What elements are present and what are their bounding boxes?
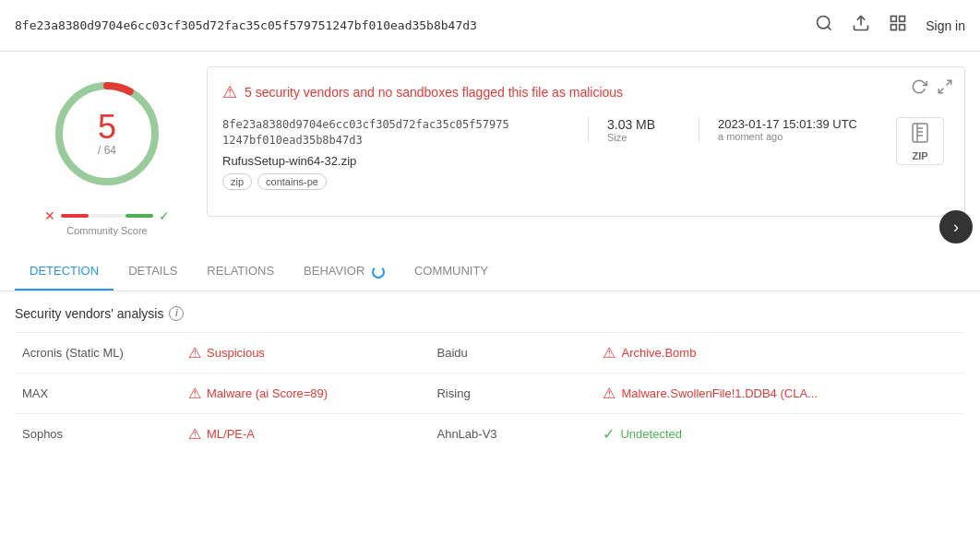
svg-rect-6 (900, 25, 905, 30)
file-date-item: 2023-01-17 15:01:39 UTC a moment ago (699, 117, 876, 143)
info-icon[interactable]: i (169, 306, 184, 321)
gauge-score: 5 (98, 111, 116, 144)
svg-line-1 (828, 27, 831, 30)
fullscreen-icon[interactable] (937, 78, 953, 98)
checkmark-icon: ✓ (603, 425, 615, 443)
table-row: Acronis (Static ML) ⚠ Suspicious Baidu ⚠… (15, 332, 965, 373)
vendor-name-rising: Rising (429, 373, 595, 413)
detection-rising: ⚠ Malware.SwollenFile!1.DDB4 (CLA... (595, 373, 965, 413)
info-panel-icons (911, 78, 953, 98)
vendor-name-max: MAX (15, 373, 181, 413)
header-icons: Sign in (815, 14, 965, 37)
thumbs-down-icon: ✕ (44, 208, 55, 223)
header-hash: 8fe23a8380d9704e6cc03cf305d72fac35c05f57… (15, 18, 804, 32)
file-hash: 8fe23a8380d9704e6cc03cf305d72fac35c05f57… (222, 117, 573, 148)
table-row: MAX ⚠ Malware (ai Score=89) Rising ⚠ Mal… (15, 373, 965, 413)
warning-icon: ⚠ (603, 344, 615, 362)
file-tags: zip contains-pe (222, 173, 573, 190)
upload-icon[interactable] (852, 14, 870, 37)
tabs-container: DETECTION DETAILS RELATIONS BEHAVIOR COM… (0, 253, 980, 291)
main-content: 5 / 64 ✕ ✓ Community Score (0, 52, 980, 253)
score-panel: 5 / 64 ✕ ✓ Community Score (15, 66, 199, 238)
behavior-loading-spinner (372, 266, 385, 279)
file-name: RufusSetup-win64-32.zip (222, 154, 573, 168)
alert-row: ⚠ 5 security vendors and no sandboxes fl… (222, 82, 950, 102)
tag-contains-pe[interactable]: contains-pe (257, 173, 327, 190)
zip-type-label: ZIP (912, 150, 927, 161)
detection-section: Security vendors' analysis i Acronis (St… (0, 291, 980, 469)
detection-text: Malware.SwollenFile!1.DDB4 (CLA... (621, 386, 817, 400)
svg-rect-12 (913, 124, 927, 142)
gauge-container: 5 / 64 (47, 74, 167, 194)
community-bar (61, 214, 153, 218)
vendor-name-sophos: Sophos (15, 413, 181, 454)
detection-ahnlab: ✓ Undetected (595, 413, 965, 454)
section-title-text: Security vendors' analysis (15, 306, 163, 321)
file-meta-ago: a moment ago (718, 131, 857, 142)
detection-text: Suspicious (207, 346, 265, 360)
vendor-name-ahnlab: AhnLab-V3 (429, 413, 595, 454)
tab-community[interactable]: COMMUNITY (400, 253, 503, 291)
signin-link[interactable]: Sign in (926, 18, 965, 33)
detection-text: Malware (ai Score=89) (207, 386, 328, 400)
svg-line-11 (938, 89, 943, 93)
zip-icon-box: ZIP (896, 117, 944, 165)
grid-icon[interactable] (889, 14, 907, 37)
file-type-icon: ZIP (890, 117, 950, 165)
table-row: Sophos ⚠ ML/PE-A AhnLab-V3 ✓ Undetected (15, 413, 965, 454)
warning-icon: ⚠ (188, 344, 201, 362)
svg-line-10 (947, 80, 951, 85)
file-size-label: Size (607, 132, 680, 143)
file-size-item: 3.03 MB Size (588, 117, 699, 143)
alert-text: 5 security vendors and no sandboxes flag… (245, 85, 623, 100)
file-meta: 3.03 MB Size 2023-01-17 15:01:39 UTC a m… (588, 117, 876, 143)
zip-symbol-icon (909, 122, 931, 148)
detection-baidu: ⚠ Archive.Bomb (595, 332, 965, 373)
gauge-total: / 64 (98, 144, 116, 157)
gauge-center: 5 / 64 (98, 111, 116, 157)
vendor-table: Acronis (Static ML) ⚠ Suspicious Baidu ⚠… (15, 332, 965, 454)
tab-relations[interactable]: RELATIONS (192, 253, 289, 291)
tab-details[interactable]: DETAILS (114, 253, 192, 291)
detection-text: ML/PE-A (207, 427, 255, 441)
detection-sophos: ⚠ ML/PE-A (181, 413, 429, 454)
svg-rect-4 (900, 17, 905, 22)
file-meta-date: 2023-01-17 15:01:39 UTC (718, 117, 857, 131)
detection-max: ⚠ Malware (ai Score=89) (181, 373, 429, 413)
file-details: 8fe23a8380d9704e6cc03cf305d72fac35c05f57… (222, 117, 950, 190)
next-button[interactable]: › (939, 210, 973, 243)
alert-icon: ⚠ (222, 82, 237, 102)
file-size-value: 3.03 MB (607, 117, 680, 132)
header: 8fe23a8380d9704e6cc03cf305d72fac35c05f57… (0, 0, 980, 52)
vendor-name-acronis: Acronis (Static ML) (15, 332, 181, 373)
detection-acronis: ⚠ Suspicious (181, 332, 429, 373)
svg-rect-3 (891, 17, 897, 22)
thumbs-up-icon: ✓ (159, 208, 170, 223)
tab-behavior[interactable]: BEHAVIOR (289, 253, 400, 291)
tag-zip[interactable]: zip (222, 173, 252, 190)
detection-text: Archive.Bomb (621, 346, 696, 360)
community-score-label: Community Score (66, 225, 147, 236)
warning-icon: ⚠ (188, 425, 201, 443)
tab-detection[interactable]: DETECTION (15, 253, 114, 291)
file-hash-section: 8fe23a8380d9704e6cc03cf305d72fac35c05f57… (222, 117, 573, 190)
svg-point-0 (818, 17, 830, 29)
svg-rect-5 (891, 25, 897, 30)
vendor-name-baidu: Baidu (429, 332, 595, 373)
info-panel: ⚠ 5 security vendors and no sandboxes fl… (207, 66, 965, 217)
refresh-icon[interactable] (911, 78, 927, 98)
warning-icon: ⚠ (603, 385, 615, 402)
section-title: Security vendors' analysis i (15, 306, 965, 321)
warning-icon: ⚠ (188, 385, 201, 402)
search-icon[interactable] (815, 14, 833, 37)
detection-text: Undetected (620, 427, 682, 441)
